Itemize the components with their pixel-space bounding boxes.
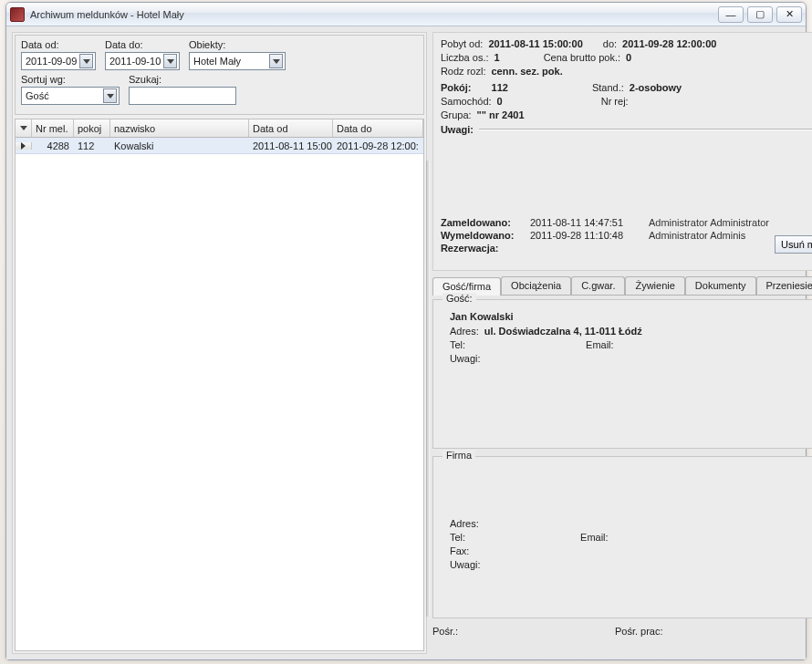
- sortuj-combo[interactable]: Gość: [21, 87, 120, 105]
- col-datado[interactable]: Data do: [333, 119, 423, 137]
- rezerw-label: Rezerwacja:: [441, 243, 530, 254]
- cell-pokoj: 112: [74, 140, 110, 151]
- wymeld-who: Administrator Adminis: [649, 230, 745, 241]
- chevron-down-icon: [20, 126, 27, 130]
- filters-panel: Data od: 2011-09-09 Data do: 2011-09-10: [15, 35, 424, 115]
- company-adres-label: Adres:: [450, 518, 479, 529]
- maximize-icon: ▢: [755, 8, 765, 20]
- company-tel-label: Tel:: [450, 532, 465, 543]
- close-button[interactable]: ✕: [776, 6, 802, 23]
- cena-brutto-label: Cena brutto pok.:: [544, 52, 620, 63]
- guest-groupbox: Gość: Jan Kowalski Adres: ul. Doświadcza…: [432, 299, 812, 449]
- app-icon: [10, 7, 25, 22]
- right-pane: Pobyt od: 2011-08-11 15:00:00 do: 2011-0…: [432, 32, 812, 654]
- data-do-value: 2011-09-10: [108, 56, 163, 67]
- col-pokoj[interactable]: pokoj: [74, 119, 110, 137]
- obiekty-combo[interactable]: Hotel Mały: [189, 52, 286, 70]
- szukaj-input[interactable]: [131, 89, 234, 102]
- rodz-rozl-label: Rodz rozl:: [441, 66, 486, 77]
- cell-nrmel: 4288: [32, 140, 74, 151]
- cell-datado: 2011-09-28 12:00:: [333, 140, 423, 151]
- data-od-label: Data od:: [21, 39, 96, 50]
- wymeld-ts: 2011-09-28 11:10:48: [530, 230, 649, 241]
- company-email-label: Email:: [580, 532, 609, 543]
- pobyt-od-label: Pobyt od:: [441, 38, 483, 49]
- sortuj-value: Gość: [24, 90, 103, 101]
- samochod-label: Samochód:: [441, 96, 492, 107]
- pobyt-do-label: do:: [603, 38, 617, 49]
- data-do-combo[interactable]: 2011-09-10: [105, 52, 180, 70]
- uwagi-label: Uwagi:: [441, 124, 474, 135]
- szukaj-label: Szukaj:: [129, 74, 236, 85]
- minimize-icon: —: [726, 9, 736, 20]
- cena-brutto-value: 0: [626, 52, 631, 63]
- guest-adres-value: ul. Doświadczalna 4, 11-011 Łódź: [484, 326, 642, 337]
- sortuj-label: Sortuj wg:: [21, 74, 120, 85]
- dropdown-icon: [269, 54, 283, 68]
- obiekty-label: Obiekty:: [189, 39, 286, 50]
- table-row[interactable]: 4288 112 Kowalski 2011-08-11 15:00: 2011…: [16, 138, 423, 154]
- dropdown-icon: [163, 54, 177, 68]
- posr-prac-label: Pośr. prac:: [615, 626, 663, 637]
- rodz-rozl-value: cenn. sez. pok.: [491, 66, 562, 77]
- current-row-icon: [21, 142, 26, 150]
- grid-body: 4288 112 Kowalski 2011-08-11 15:00: 2011…: [16, 138, 423, 650]
- pokoj-value: 112: [492, 82, 508, 93]
- window-title: Archiwum meldunków - Hotel Mały: [30, 9, 184, 20]
- szukaj-input-wrap: [129, 87, 236, 105]
- row-indicator: [16, 142, 32, 150]
- guest-uwagi-label: Uwagi:: [450, 353, 481, 364]
- grid-header-row: Nr mel. pokoj nazwisko Data od Data do: [16, 119, 423, 138]
- uwagi-separator: [479, 129, 812, 130]
- company-fax-label: Fax:: [450, 545, 469, 556]
- cell-nazwisko: Kowalski: [110, 140, 249, 151]
- guest-name: Jan Kowalski: [450, 311, 812, 322]
- zameld-who: Administrator Administrator: [649, 217, 769, 228]
- obiekty-value: Hotel Mały: [192, 56, 269, 67]
- guest-legend: Gość:: [442, 293, 476, 304]
- data-od-combo[interactable]: 2011-09-09: [21, 52, 96, 70]
- pokoj-label: Pokój:: [441, 82, 472, 93]
- tab-przeniesienia[interactable]: Przeniesienia: [756, 276, 813, 295]
- pobyt-do-value: 2011-09-28 12:00:00: [622, 38, 716, 49]
- guest-email-label: Email:: [586, 339, 614, 350]
- pobyt-od-value: 2011-08-11 15:00:00: [488, 38, 582, 49]
- delete-registration-button[interactable]: Usuń meldunek: [775, 235, 812, 254]
- grupa-value: "" nr 2401: [477, 109, 525, 120]
- close-icon: ✕: [786, 8, 794, 20]
- dropdown-icon: [103, 88, 117, 103]
- posr-label: Pośr.:: [432, 626, 615, 637]
- col-nazwisko[interactable]: nazwisko: [110, 119, 249, 137]
- liczba-os-value: 1: [494, 52, 500, 63]
- tab-zywienie[interactable]: Żywienie: [625, 276, 684, 295]
- data-do-label: Data do:: [105, 39, 180, 50]
- results-grid: Nr mel. pokoj nazwisko Data od Data do 4…: [15, 119, 424, 651]
- titlebar: Archiwum meldunków - Hotel Mały — ▢ ✕: [6, 3, 806, 26]
- company-uwagi-label: Uwagi:: [450, 559, 481, 570]
- grupa-label: Grupa:: [441, 109, 472, 120]
- tab-obciazenia[interactable]: Obciążenia: [501, 276, 571, 295]
- zameld-label: Zameldowano:: [441, 217, 530, 228]
- company-legend: Firma: [442, 450, 475, 461]
- wymeld-label: Wymeldowano:: [441, 230, 530, 241]
- data-od-value: 2011-09-09: [24, 56, 79, 67]
- col-dataod[interactable]: Data od: [249, 119, 333, 137]
- company-groupbox: Firma Adres: Tel: Email: Fax: Uwagi:: [432, 456, 812, 618]
- minimize-button[interactable]: —: [718, 6, 744, 23]
- col-nrmel[interactable]: Nr mel.: [32, 119, 74, 137]
- body-area: Data od: 2011-09-09 Data do: 2011-09-10: [6, 26, 806, 659]
- guest-tel-label: Tel:: [450, 339, 465, 350]
- cell-dataod: 2011-08-11 15:00:: [249, 140, 333, 151]
- left-pane: Data od: 2011-09-09 Data do: 2011-09-10: [12, 32, 427, 654]
- maximize-button[interactable]: ▢: [747, 6, 773, 23]
- splitter[interactable]: [426, 161, 430, 617]
- liczba-os-label: Liczba os.:: [441, 52, 489, 63]
- tab-cgwar[interactable]: C.gwar.: [571, 276, 625, 295]
- tab-dokumenty[interactable]: Dokumenty: [685, 276, 756, 295]
- intermediary-row: Pośr.: Pośr. prac:: [432, 626, 812, 637]
- nrrej-label: Nr rej:: [601, 96, 629, 107]
- guest-adres-label: Adres:: [450, 326, 479, 337]
- grid-menu-button[interactable]: [16, 119, 32, 137]
- stand-label: Stand.:: [592, 82, 624, 93]
- samochod-value: 0: [497, 96, 503, 107]
